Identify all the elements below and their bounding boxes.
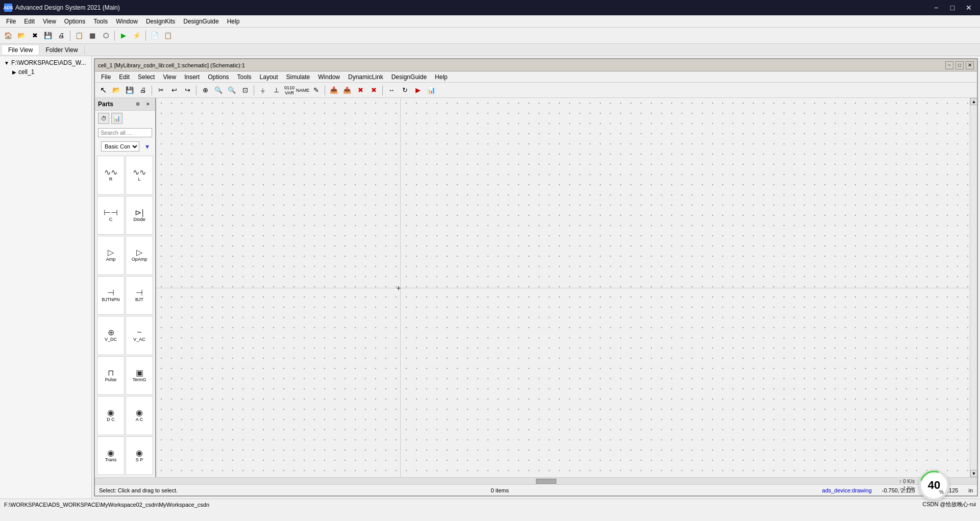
inner-ground-button[interactable]: ⏚ [257,84,269,96]
inner-delete-button[interactable]: ✖ [354,84,366,96]
minimize-button[interactable]: − [929,1,943,15]
part-item-dc[interactable]: ◉D C [97,396,125,435]
print-button[interactable]: 🖨 [55,30,67,42]
inner-toolbar: ↖ 📂 💾 🖨 ✂ ↩ ↪ ⊕ 🔍 🔍 ⊡ ⏚ ⊥ 0110VAR NAME ✎… [95,83,977,98]
inner-port-button[interactable]: ⊥ [270,84,282,96]
inner-menu-edit[interactable]: Edit [115,72,134,82]
inner-redo-button[interactable]: ↪ [181,84,193,96]
part-item-amp[interactable]: ▷Amp [97,236,125,275]
scroll-up-button[interactable]: ▲ [970,98,977,105]
right-scrollbar[interactable]: ▲ ▼ [970,98,977,477]
scroll-down-button[interactable]: ▼ [970,470,977,477]
part-item-bjt[interactable]: ⊣BJT [126,276,153,315]
parts-search-input[interactable] [98,128,152,137]
part-item-v_ac[interactable]: ~V_AC [126,316,153,355]
part-item-c[interactable]: ⊢⊣C [97,196,125,235]
inner-zoom-fit-button[interactable]: ⊡ [239,84,251,96]
save-button[interactable]: 💾 [42,30,54,42]
menu-designkits[interactable]: DesignKits [142,17,179,26]
tab-folder-view[interactable]: Folder View [39,45,84,55]
scroll-thumb[interactable] [536,479,556,484]
part-item-bjt_npn[interactable]: ⊣BJTNPN [97,276,125,315]
inner-select-button[interactable]: ↖ [97,84,109,96]
inner-menu-view[interactable]: View [159,72,180,82]
menu-edit[interactable]: Edit [20,17,39,26]
tree-workspace[interactable]: ▼ F:\WORKSPACE\ADS_W... [2,58,89,67]
menu-window[interactable]: Window [112,17,142,26]
parts-filter-button[interactable]: ▾ [142,140,152,153]
part-item-sp[interactable]: ◉S P [126,436,153,476]
tree-cell1[interactable]: ▶ cell_1 [2,67,89,77]
simulate-button[interactable]: ⚡ [131,30,143,42]
parts-close-button[interactable]: ✕ [144,100,152,108]
inner-zoom-in-button[interactable]: 🔍 [212,84,225,96]
part-item-diode[interactable]: ⊳|Diode [126,196,153,235]
part-item-ac[interactable]: ◉A C [126,396,153,435]
inner-close-button[interactable]: ✕ [966,61,974,69]
schematic-button[interactable]: 📋 [73,30,85,42]
inner-menu-dynamiclink[interactable]: DynamicLink [344,72,387,82]
menu-help[interactable]: Help [223,17,244,26]
schematic-canvas[interactable]: + [156,98,970,477]
symbol-button[interactable]: ⬡ [100,30,112,42]
inner-netlist-button[interactable]: 📊 [425,84,437,96]
open-button[interactable]: 📂 [15,30,28,42]
part-item-pulse[interactable]: ⊓Pulse [97,356,125,395]
part-item-opamp[interactable]: ▷OpAmp [126,236,153,275]
maximize-button[interactable]: □ [945,1,960,15]
menu-file[interactable]: File [2,17,20,26]
inner-annotate-button[interactable]: ✎ [310,84,322,96]
paste-button[interactable]: 📋 [162,30,174,42]
new-workspace-button[interactable]: 🏠 [2,30,14,42]
part-item-l[interactable]: ∿∿L [126,156,153,195]
parts-icon-view-button[interactable]: ⏱ [98,113,109,124]
inner-menu-layout[interactable]: Layout [256,72,282,82]
layout-button[interactable]: ▦ [86,30,99,42]
inner-print-button[interactable]: 🖨 [137,84,149,96]
menu-tools[interactable]: Tools [89,17,112,26]
inner-zoom-out-button[interactable]: 🔍 [226,84,238,96]
close-ds-button[interactable]: ✖ [29,30,41,42]
inner-menu-help[interactable]: Help [431,72,452,82]
inner-wire-button[interactable]: ⊕ [199,84,211,96]
items-count: 0 items [491,487,509,493]
inner-rotate-button[interactable]: ↻ [399,84,411,96]
inner-undo-button[interactable]: ↩ [168,84,180,96]
inner-menu-select[interactable]: Select [134,72,159,82]
part-item-trans[interactable]: ◉Trans [97,436,125,476]
inner-move-button[interactable]: ↔ [385,84,398,96]
inner-open-button[interactable]: 📂 [110,84,122,96]
inner-import-button[interactable]: 📥 [328,84,340,96]
inner-menu-designguide[interactable]: DesignGuide [387,72,431,82]
inner-maximize-button[interactable]: □ [955,61,964,69]
inner-minimize-button[interactable]: − [945,61,953,69]
close-button[interactable]: ✕ [962,1,976,15]
part-item-r[interactable]: ∿∿R [97,156,125,195]
inner-var-button[interactable]: 0110VAR [283,84,296,96]
inner-menu-window[interactable]: Window [314,72,344,82]
inner-simulate-btn[interactable]: ▶ [412,84,424,96]
inner-menu-options[interactable]: Options [204,72,233,82]
inner-menu-simulate[interactable]: Simulate [282,72,314,82]
parts-category-select[interactable]: Basic Componen... [101,141,139,152]
parts-options-button[interactable]: ⚙ [134,100,142,108]
menu-designguide[interactable]: DesignGuide [179,17,223,26]
part-item-termg[interactable]: ▣TermG [126,356,153,395]
inner-menu-file[interactable]: File [97,72,115,82]
tab-file-view[interactable]: File View [2,45,39,55]
parts-list-view-button[interactable]: 📊 [111,113,122,124]
menu-view[interactable]: View [39,17,60,26]
inner-export-button[interactable]: 📤 [341,84,353,96]
run-button[interactable]: ▶ [117,30,130,42]
inner-name-button[interactable]: NAME [297,84,309,96]
inner-save-button[interactable]: 💾 [124,84,136,96]
menu-options[interactable]: Options [60,17,89,26]
inner-menu-insert[interactable]: Insert [180,72,204,82]
horizontal-scrollbar[interactable] [95,477,977,484]
part-item-v_dc[interactable]: ⊕V_DC [97,316,125,355]
copy-button[interactable]: 📄 [149,30,161,42]
inner-cut-button[interactable]: ✂ [155,84,167,96]
inner-delete2-button[interactable]: ✖ [368,84,380,96]
layer-label[interactable]: ads_device:drawing [822,487,872,493]
inner-menu-tools[interactable]: Tools [233,72,256,82]
